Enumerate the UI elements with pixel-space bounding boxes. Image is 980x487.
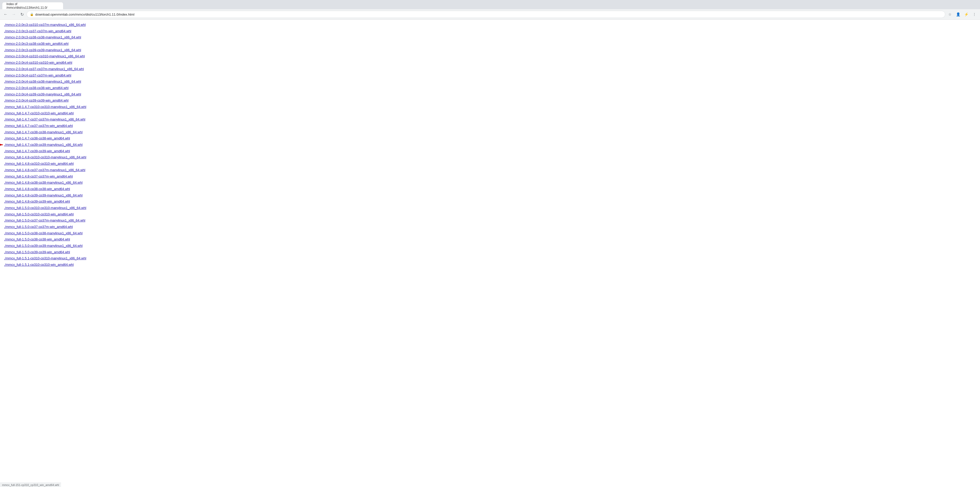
file-link[interactable]: ./mmcv_full-1.4.7-cp310-cp310-win_amd64.…: [4, 111, 73, 115]
list-item: ./mmcv-2.0.0rc4-cp39-cp39-manylinux1_x86…: [4, 91, 976, 98]
file-link[interactable]: ./mmcv-2.0.0rc4-cp39-cp39-win_amd64.whl: [4, 99, 68, 102]
forward-button[interactable]: →: [10, 11, 18, 18]
list-item: ./mmcv_full-1.5.0-cp39-cp39-win_amd64.wh…: [4, 249, 976, 255]
file-link[interactable]: ./mmcv_full-1.5.1-cp310-cp310-manylinux1…: [4, 256, 86, 260]
file-link[interactable]: ./mmcv-2.0.0rc4-cp37-cp37m-manylinux1_x8…: [4, 67, 84, 71]
list-item: ./mmcv_full-1.4.7-cp310-cp310-manylinux1…: [4, 104, 976, 110]
list-item: ./mmcv_full-1.4.8-cp310-cp310-manylinux1…: [4, 154, 976, 161]
file-link[interactable]: ./mmcv-2.0.0rc4-cp38-cp38-manylinux1_x86…: [4, 80, 81, 83]
file-link[interactable]: ./mmcv_full-1.5.0-cp310-cp310-manylinux1…: [4, 206, 86, 210]
file-link[interactable]: ./mmcv_full-1.4.7-cp38-cp38-win_amd64.wh…: [4, 136, 70, 140]
list-item: ./mmcv-2.0.0rc4-cp38-cp38-win_amd64.whl: [4, 85, 976, 91]
list-item: ./mmcv_full-1.5.0-cp310-cp310-manylinux1…: [4, 205, 976, 211]
list-item: ./mmcv-2.0.0rc4-cp310-cp310-manylinux1_x…: [4, 53, 976, 60]
file-link[interactable]: ./mmcv-2.0.0rc3-cp310-cp37m-manylinux1_x…: [4, 23, 86, 27]
list-item: ./mmcv_full-1.5.0-cp39-cp39-manylinux1_x…: [4, 243, 976, 249]
list-item: ./mmcv_full-1.4.7-cp37-cp37m-win_amd64.w…: [4, 123, 976, 129]
file-link[interactable]: ./mmcv_full-1.4.8-cp37-cp37m-manylinux1_…: [4, 168, 85, 172]
active-tab[interactable]: Index of /mmcv/dist/cu113/torch1.11.0/: [2, 2, 64, 9]
list-item: ./mmcv_full-1.4.7-cp39-cp39-win_amd64.wh…: [4, 148, 976, 155]
toolbar: ← → ↻ 🔒 download.openmmlab.com/mmcv/dist…: [0, 9, 980, 19]
file-link[interactable]: ./mmcv_full-1.5.0-cp39-cp39-win_amd64.wh…: [4, 250, 70, 254]
list-item: ./mmcv-2.0.0rc3-cp38-cp38-win_amd64.whl: [4, 41, 976, 47]
list-item: ./mmcv-2.0.0rc4-cp310-cp310-win_amd64.wh…: [4, 60, 976, 66]
list-item: ./mmcv_full-1.5.0-cp38-cp38-manylinux1_x…: [4, 230, 976, 236]
file-link[interactable]: ./mmcv_full-1.4.7-cp37-cp37m-manylinux1_…: [4, 117, 85, 121]
page-wrapper: ./mmcv-2.0.0rc3-cp310-cp37m-manylinux1_x…: [0, 20, 980, 270]
file-link[interactable]: ./mmcv_full-1.4.8-cp39-cp39-win_amd64.wh…: [4, 200, 70, 203]
file-link[interactable]: ./mmcv-2.0.0rc3-cp38-cp38-manylinux1_x86…: [4, 35, 81, 39]
lock-icon: 🔒: [30, 13, 34, 16]
file-link[interactable]: ./mmcv-2.0.0rc4-cp37-cp37m-win_amd64.whl: [4, 73, 71, 77]
list-item: ./mmcv_full-1.5.1-cp310-cp310-manylinux1…: [4, 255, 976, 262]
toolbar-actions: ☆ 👤 ⚡ ⋮: [946, 11, 978, 18]
list-item: ./mmcv_full-1.5.0-cp37-cp37m-win_amd64.w…: [4, 224, 976, 230]
reload-button[interactable]: ↻: [18, 11, 25, 18]
page-content: ./mmcv-2.0.0rc3-cp310-cp37m-manylinux1_x…: [0, 20, 980, 270]
list-item: ./mmcv-2.0.0rc4-cp38-cp38-manylinux1_x86…: [4, 78, 976, 85]
list-item: ./mmcv_full-1.4.7-cp38-cp38-manylinux1_x…: [4, 129, 976, 136]
file-link[interactable]: ./mmcv-2.0.0rc4-cp310-cp310-manylinux1_x…: [4, 54, 85, 58]
file-link[interactable]: ./mmcv_full-1.4.7-cp37-cp37m-win_amd64.w…: [4, 124, 73, 128]
menu-button[interactable]: ⋮: [971, 11, 978, 18]
file-link[interactable]: ./mmcv_full-1.5.0-cp310-cp310-win_amd64.…: [4, 212, 73, 216]
file-link[interactable]: ./mmcv-2.0.0rc4-cp310-cp310-win_amd64.wh…: [4, 61, 72, 64]
list-item: ./mmcv-2.0.0rc3-cp37-cp37m-win_amd64.whl: [4, 28, 976, 35]
list-item: ./mmcv-2.0.0rc4-cp37-cp37m-manylinux1_x8…: [4, 66, 976, 72]
tab-title: Index of /mmcv/dist/cu113/torch1.11.0/: [6, 2, 59, 10]
file-link[interactable]: ./mmcv-2.0.0rc3-cp37-cp37m-win_amd64.whl: [4, 29, 71, 33]
file-link[interactable]: ./mmcv_full-1.5.0-cp37-cp37m-manylinux1_…: [4, 219, 85, 222]
list-item: ./mmcv_full-1.5.0-cp310-cp310-win_amd64.…: [4, 211, 976, 218]
list-item: ./mmcv_full-1.4.8-cp39-cp39-win_amd64.wh…: [4, 198, 976, 205]
list-item: ./mmcv_full-1.4.8-cp37-cp37m-win_amd64.w…: [4, 173, 976, 180]
file-link[interactable]: ./mmcv_full-1.4.8-cp38-cp38-manylinux1_x…: [4, 180, 83, 184]
file-link[interactable]: ./mmcv_full-1.5.0-cp38-cp38-win_amd64.wh…: [4, 237, 70, 241]
file-link[interactable]: ./mmcv_full-1.5.0-cp37-cp37m-win_amd64.w…: [4, 225, 73, 229]
list-item: ./mmcv_full-1.5.1-cp310-cp310-win_amd64.…: [4, 262, 976, 268]
list-item: ./mmcv_full-1.4.8-cp38-cp38-manylinux1_x…: [4, 180, 976, 186]
list-item: ./mmcv-2.0.0rc4-cp37-cp37m-win_amd64.whl: [4, 72, 976, 79]
list-item: ./mmcv_full-1.4.7-cp37-cp37m-manylinux1_…: [4, 117, 976, 123]
list-item: ./mmcv_full-1.4.7-cp310-cp310-win_amd64.…: [4, 110, 976, 117]
file-link[interactable]: ./mmcv-2.0.0rc3-cp38-cp38-win_amd64.whl: [4, 42, 68, 46]
file-link[interactable]: ./mmcv_full-1.4.8-cp37-cp37m-win_amd64.w…: [4, 174, 73, 178]
file-link[interactable]: ./mmcv_full-1.4.7-cp38-cp38-manylinux1_x…: [4, 130, 83, 134]
file-link[interactable]: ./mmcv_full-1.4.7-cp39-cp39-manylinux1_x…: [4, 143, 83, 147]
list-item: ./mmcv-2.0.0rc3-cp310-cp37m-manylinux1_x…: [4, 22, 976, 28]
list-item: ./mmcv-2.0.0rc3-cp38-cp38-manylinux1_x86…: [4, 34, 976, 41]
file-link[interactable]: ./mmcv-2.0.0rc3-cp39-cp39-manylinux1_x86…: [4, 48, 81, 52]
file-link[interactable]: ./mmcv_full-1.5.0-cp38-cp38-manylinux1_x…: [4, 231, 83, 235]
list-item: ./mmcv_full-1.5.0-cp38-cp38-win_amd64.wh…: [4, 236, 976, 243]
list-item: ./mmcv_full-1.4.8-cp310-cp310-win_amd64.…: [4, 161, 976, 167]
file-link[interactable]: ./mmcv_full-1.4.8-cp38-cp38-win_amd64.wh…: [4, 187, 70, 191]
file-link[interactable]: ./mmcv-2.0.0rc4-cp39-cp39-manylinux1_x86…: [4, 92, 81, 96]
back-button[interactable]: ←: [2, 11, 9, 18]
link-list: ./mmcv-2.0.0rc3-cp310-cp37m-manylinux1_x…: [4, 22, 976, 268]
file-link[interactable]: ./mmcv_full-1.4.8-cp310-cp310-manylinux1…: [4, 155, 86, 159]
list-item: ./mmcv-2.0.0rc4-cp39-cp39-win_amd64.whl: [4, 97, 976, 104]
extensions-button[interactable]: ⚡: [963, 11, 970, 18]
bookmark-button[interactable]: ☆: [946, 11, 953, 18]
list-item: ./mmcv_full-1.5.0-cp37-cp37m-manylinux1_…: [4, 217, 976, 224]
list-item: ./mmcv_full-1.4.8-cp39-cp39-manylinux1_x…: [4, 192, 976, 199]
file-link[interactable]: ./mmcv_full-1.5.1-cp310-cp310-win_amd64.…: [4, 263, 73, 267]
file-link[interactable]: ./mmcv_full-1.4.8-cp39-cp39-manylinux1_x…: [4, 193, 83, 197]
browser-chrome: Index of /mmcv/dist/cu113/torch1.11.0/ ←…: [0, 0, 980, 20]
file-link[interactable]: ./mmcv_full-1.4.8-cp310-cp310-win_amd64.…: [4, 162, 73, 166]
list-item: ./mmcv_full-1.4.8-cp38-cp38-win_amd64.wh…: [4, 186, 976, 192]
file-link[interactable]: ./mmcv_full-1.4.7-cp310-cp310-manylinux1…: [4, 105, 86, 109]
list-item: ./mmcv-2.0.0rc3-cp39-cp39-manylinux1_x86…: [4, 47, 976, 53]
list-item: ./mmcv_full-1.4.8-cp37-cp37m-manylinux1_…: [4, 167, 976, 173]
file-link[interactable]: ./mmcv_full-1.4.7-cp39-cp39-win_amd64.wh…: [4, 149, 70, 153]
file-link[interactable]: ./mmcv_full-1.5.0-cp39-cp39-manylinux1_x…: [4, 244, 83, 247]
list-item: ./mmcv_full-1.4.7-cp39-cp39-manylinux1_x…: [4, 142, 976, 148]
address-bar[interactable]: 🔒 download.openmmlab.com/mmcv/dist/cu113…: [27, 11, 945, 18]
address-text: download.openmmlab.com/mmcv/dist/cu113/t…: [35, 13, 134, 16]
tab-bar: Index of /mmcv/dist/cu113/torch1.11.0/: [0, 0, 980, 9]
file-link[interactable]: ./mmcv-2.0.0rc4-cp38-cp38-win_amd64.whl: [4, 86, 68, 90]
profile-button[interactable]: 👤: [955, 11, 962, 18]
list-item: ./mmcv_full-1.4.7-cp38-cp38-win_amd64.wh…: [4, 135, 976, 142]
